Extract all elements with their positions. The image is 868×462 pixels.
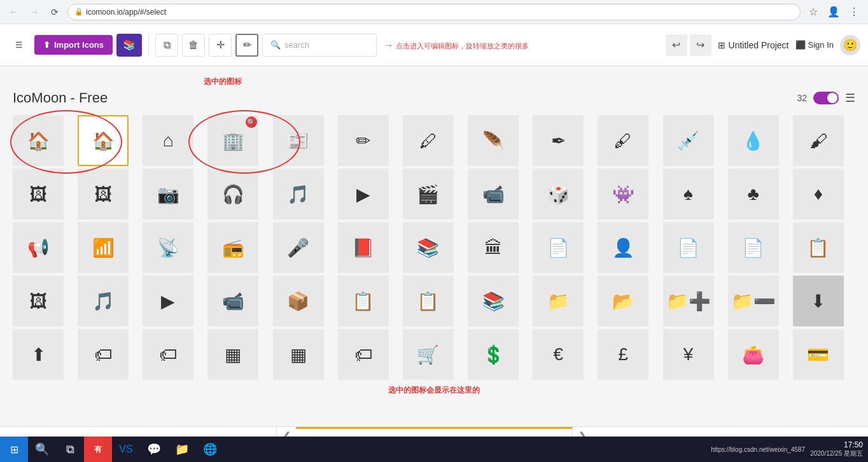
icon-diamonds[interactable]: ♦ bbox=[793, 169, 844, 220]
icon-pacman[interactable]: 👾 bbox=[598, 169, 648, 220]
toggle-knob bbox=[827, 93, 837, 103]
icon-pen3[interactable]: 🖋 bbox=[598, 115, 648, 166]
icon-image-file[interactable]: 🖼 bbox=[13, 276, 64, 326]
taskbar-taskview[interactable]: ⧉ bbox=[56, 437, 84, 462]
icon-music[interactable]: 🎵 bbox=[273, 169, 324, 220]
icon-feather[interactable]: 🪶 bbox=[468, 115, 519, 166]
grid-menu-icon[interactable]: ☰ bbox=[845, 91, 855, 105]
icon-video[interactable]: 📹 bbox=[468, 169, 519, 220]
icon-pen[interactable]: 🖊 bbox=[403, 115, 454, 166]
icon-dollar[interactable]: 💲 bbox=[468, 329, 519, 380]
signin-button[interactable]: ⬛ Sign In bbox=[795, 40, 834, 50]
icon-spades[interactable]: ♠ bbox=[663, 169, 714, 220]
browser-menu-icon[interactable]: ⋮ bbox=[846, 4, 862, 20]
hamburger-icon: ☰ bbox=[15, 40, 23, 50]
icon-play-file[interactable]: ▶ bbox=[143, 276, 193, 326]
icon-camera[interactable]: 📷 bbox=[143, 169, 193, 220]
back-button[interactable]: ← bbox=[6, 4, 22, 20]
icon-euro[interactable]: € bbox=[533, 329, 584, 380]
undo-button[interactable]: ↩ bbox=[666, 34, 687, 56]
taskbar-vscode[interactable]: VS bbox=[112, 437, 140, 462]
search-box[interactable]: 🔍 search bbox=[262, 34, 377, 57]
icon-barcode[interactable]: ▦ bbox=[207, 329, 258, 380]
import-icons-button[interactable]: ⬆ Import Icons bbox=[34, 35, 113, 55]
separator bbox=[148, 34, 149, 57]
edit-tool-button[interactable]: ✏ bbox=[235, 34, 258, 57]
icon-file-text[interactable]: 📄 bbox=[533, 222, 584, 273]
icon-image2[interactable]: 🖼 bbox=[78, 169, 129, 220]
icon-headphones[interactable]: 🎧 bbox=[207, 169, 258, 220]
select-tool-button[interactable]: ⧉ bbox=[155, 34, 178, 57]
icon-folder-upload[interactable]: ⬆ bbox=[13, 329, 64, 380]
hamburger-button[interactable]: ☰ bbox=[8, 34, 31, 57]
icon-clipboard2[interactable]: 📋 bbox=[403, 276, 454, 326]
icon-ticket[interactable]: 🏷 bbox=[338, 329, 389, 380]
forward-button[interactable]: → bbox=[27, 4, 42, 20]
url-text: icomoon.io/app/#/select bbox=[86, 8, 781, 17]
icon-book[interactable]: 📕 bbox=[338, 222, 389, 273]
icon-file2[interactable]: 📄 bbox=[663, 222, 714, 273]
icon-pound[interactable]: £ bbox=[598, 329, 648, 380]
icon-qrcode[interactable]: ▦ bbox=[273, 329, 324, 380]
icon-paint[interactable]: 🖌 bbox=[793, 115, 844, 166]
icon-tags[interactable]: 🏷 bbox=[143, 329, 193, 380]
icon-download-highlight[interactable]: ⬇ bbox=[793, 276, 844, 326]
icon-pen2[interactable]: ✒ bbox=[533, 115, 584, 166]
view-toggle[interactable] bbox=[813, 92, 839, 104]
icon-books[interactable]: 📚 bbox=[403, 222, 454, 273]
taskbar-search[interactable]: 🔍 bbox=[28, 437, 56, 462]
icon-folder-open[interactable]: 📂 bbox=[598, 276, 648, 326]
icon-dropper[interactable]: 💉 bbox=[663, 115, 714, 166]
icon-file3[interactable]: 📄 bbox=[728, 222, 779, 273]
annotation-selected-label: 选中的图标 bbox=[204, 76, 242, 87]
icon-clubs[interactable]: ♣ bbox=[728, 169, 779, 220]
icon-wallet[interactable]: 👛 bbox=[728, 329, 779, 380]
icon-wifi[interactable]: 📶 bbox=[78, 222, 129, 273]
icon-play[interactable]: ▶ bbox=[338, 169, 389, 220]
icon-bullhorn[interactable]: 📢 bbox=[13, 222, 64, 273]
icon-copy[interactable]: 📋 bbox=[793, 222, 844, 273]
icon-yen[interactable]: ¥ bbox=[663, 329, 714, 380]
icon-credit-card[interactable]: 💳 bbox=[793, 329, 844, 380]
icon-drop[interactable]: 💧 bbox=[728, 115, 779, 166]
icon-radio[interactable]: 📻 bbox=[207, 222, 258, 273]
icon-office[interactable]: 🏢 🔍 bbox=[207, 115, 258, 166]
icon-tag[interactable]: 🏷 bbox=[78, 329, 129, 380]
start-button[interactable]: ⊞ bbox=[0, 437, 28, 462]
icon-broadcast[interactable]: 📡 bbox=[143, 222, 193, 273]
refresh-button[interactable]: ⟳ bbox=[47, 4, 62, 20]
icon-zip[interactable]: 📦 bbox=[273, 276, 324, 326]
icon-home2[interactable]: 🏠 bbox=[78, 115, 129, 166]
icon-stack[interactable]: 📚 bbox=[468, 276, 519, 326]
delete-tool-button[interactable]: 🗑 bbox=[182, 34, 205, 57]
user-avatar[interactable]: 🙂 bbox=[840, 35, 860, 55]
icon-folder[interactable]: 📁 bbox=[533, 276, 584, 326]
icon-library[interactable]: 🏛 bbox=[468, 222, 519, 273]
icon-newspaper[interactable]: 📰 bbox=[273, 115, 324, 166]
move-tool-button[interactable]: ✛ bbox=[209, 34, 232, 57]
icon-pencil[interactable]: ✏ bbox=[338, 115, 389, 166]
icon-library-button[interactable]: 📚 bbox=[116, 34, 142, 57]
taskbar-folder[interactable]: 📁 bbox=[168, 437, 196, 462]
taskbar: ⊞ 🔍 ⧉ 有 VS 💬 📁 🌐 https://blog.csdn.net/w… bbox=[0, 437, 868, 462]
icon-dice[interactable]: 🎲 bbox=[533, 169, 584, 220]
icon-folder-add[interactable]: 📁➕ bbox=[663, 276, 714, 326]
icon-video-file[interactable]: 📹 bbox=[207, 276, 258, 326]
address-bar[interactable]: 🔒 icomoon.io/app/#/select bbox=[67, 4, 801, 20]
icon-music-file[interactable]: 🎵 bbox=[78, 276, 129, 326]
taskbar-chrome[interactable]: 🌐 bbox=[196, 437, 224, 462]
taskbar-youDao[interactable]: 有 bbox=[84, 437, 112, 462]
icon-image[interactable]: 🖼 bbox=[13, 169, 64, 220]
icon-cart[interactable]: 🛒 bbox=[403, 329, 454, 380]
icon-clipboard[interactable]: 📋 bbox=[338, 276, 389, 326]
profile-icon[interactable]: 👤 bbox=[826, 4, 841, 20]
icon-mic[interactable]: 🎤 bbox=[273, 222, 324, 273]
icon-folder-remove[interactable]: 📁➖ bbox=[728, 276, 779, 326]
bookmark-icon[interactable]: ☆ bbox=[806, 4, 821, 20]
icon-film[interactable]: 🎬 bbox=[403, 169, 454, 220]
icon-profile[interactable]: 👤 bbox=[598, 222, 648, 273]
icon-home[interactable]: 🏠 bbox=[13, 115, 64, 166]
icon-home3[interactable]: ⌂ bbox=[143, 115, 193, 166]
redo-button[interactable]: ↪ bbox=[690, 34, 711, 56]
taskbar-wechat[interactable]: 💬 bbox=[140, 437, 168, 462]
